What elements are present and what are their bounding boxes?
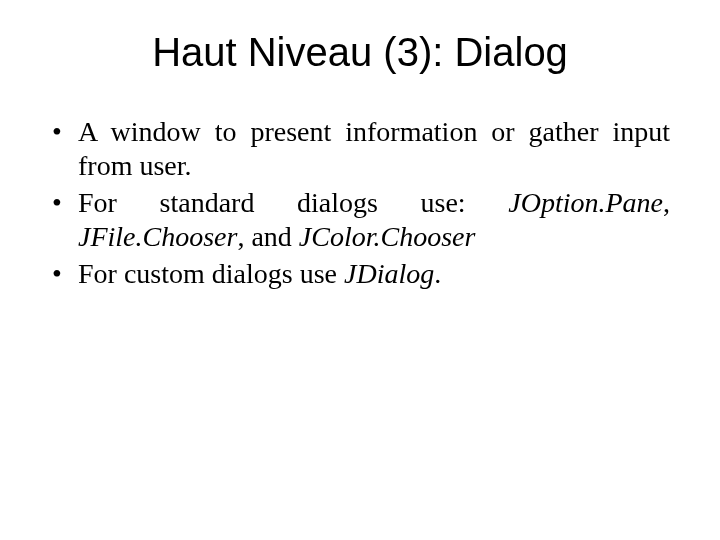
bullet-list: A window to present information or gathe… (50, 115, 670, 291)
class-name: JOption.Pane (508, 187, 663, 218)
bullet-text: , and (237, 221, 298, 252)
class-name: JDialog (344, 258, 434, 289)
bullet-text: For custom dialogs use (78, 258, 344, 289)
list-item: A window to present information or gathe… (50, 115, 670, 182)
list-item: For standard dialogs use: JOption.Pane, … (50, 186, 670, 253)
bullet-text: . (434, 258, 441, 289)
slide: Haut Niveau (3): Dialog A window to pres… (0, 0, 720, 540)
class-name: JFile.Chooser (78, 221, 237, 252)
list-item: For custom dialogs use JDialog. (50, 257, 670, 291)
bullet-text: A window to present information or gathe… (78, 116, 670, 181)
bullet-text: , (663, 187, 670, 218)
bullet-text: For standard dialogs use: (78, 187, 508, 218)
slide-title: Haut Niveau (3): Dialog (50, 30, 670, 75)
class-name: JColor.Chooser (299, 221, 476, 252)
